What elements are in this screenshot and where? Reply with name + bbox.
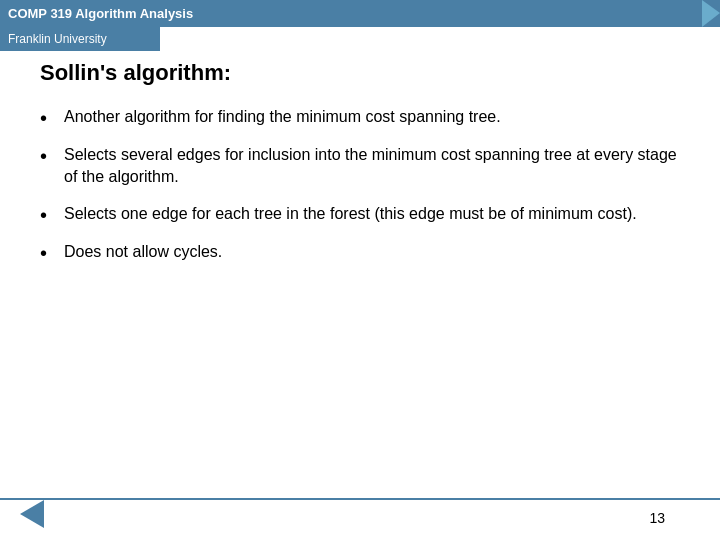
bullet-text-1: Another algorithm for finding the minimu…	[64, 106, 680, 128]
bullet-text-2: Selects several edges for inclusion into…	[64, 144, 680, 189]
slide-title: Sollin's algorithm:	[40, 60, 680, 86]
slide-content: Sollin's algorithm: • Another algorithm …	[40, 60, 680, 490]
header-bar: COMP 319 Algorithm Analysis	[0, 0, 720, 27]
prev-arrow-icon[interactable]	[20, 500, 44, 528]
bullet-text-3: Selects one edge for each tree in the fo…	[64, 203, 680, 225]
bullet-dot-1: •	[40, 106, 60, 130]
bullet-dot-3: •	[40, 203, 60, 227]
sub-header-subtitle: Franklin University	[8, 32, 107, 46]
header-arrow-right	[702, 0, 720, 27]
bullet-item-2: • Selects several edges for inclusion in…	[40, 144, 680, 189]
bullet-dot-4: •	[40, 241, 60, 265]
page-number: 13	[649, 510, 665, 526]
bullet-dot-2: •	[40, 144, 60, 168]
bullet-text-4: Does not allow cycles.	[64, 241, 680, 263]
bullet-list: • Another algorithm for finding the mini…	[40, 106, 680, 265]
bullet-item-1: • Another algorithm for finding the mini…	[40, 106, 680, 130]
bullet-item-3: • Selects one edge for each tree in the …	[40, 203, 680, 227]
bottom-border	[0, 498, 720, 500]
bullet-item-4: • Does not allow cycles.	[40, 241, 680, 265]
header-title: COMP 319 Algorithm Analysis	[8, 6, 193, 21]
sub-header-bar: Franklin University	[0, 27, 160, 51]
